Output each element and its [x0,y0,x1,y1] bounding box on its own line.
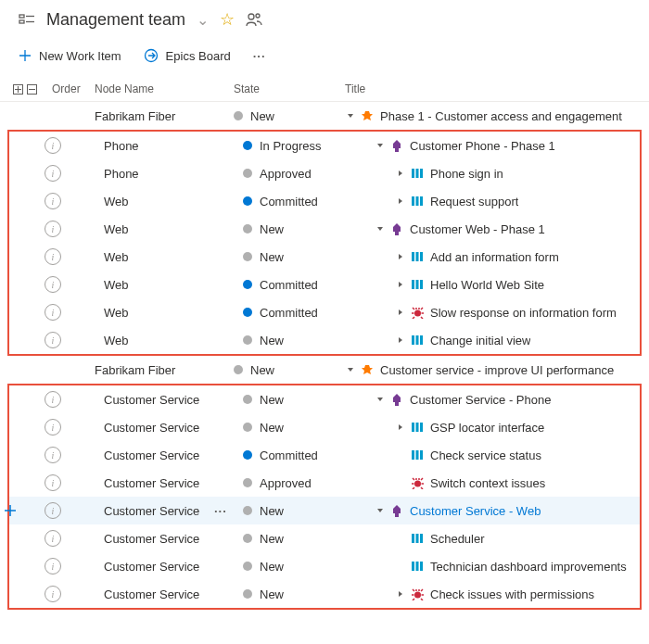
info-icon[interactable]: i [45,502,61,519]
work-item-row[interactable]: i Customer Service ··· New Customer Serv… [9,497,640,524]
title-cell[interactable]: Customer Service - Web [354,504,640,518]
caret-open-icon[interactable] [375,142,386,149]
feature-icon [389,140,404,152]
title-cell[interactable]: Check issues with permissions [354,587,640,601]
column-state[interactable]: State [234,82,345,95]
state-dot [243,478,252,487]
title-cell[interactable]: Technician dashboard improvements [354,560,640,574]
caret-closed-icon[interactable] [395,309,406,316]
work-item-row[interactable]: i Web New Change initial view [9,326,640,354]
node-cell: Web [104,306,243,320]
toolbar-more-icon[interactable]: ··· [253,49,266,63]
info-icon[interactable]: i [45,474,61,491]
epic-row[interactable]: Fabrikam Fiber New Customer service - im… [0,356,649,384]
node-cell: Fabrikam Fiber [95,109,234,123]
pbi-icon [410,422,425,433]
favorite-star-icon[interactable]: ☆ [220,9,235,30]
state-dot [243,450,252,460]
title-cell[interactable]: Scheduler [354,532,640,546]
caret-closed-icon[interactable] [395,253,406,260]
info-icon[interactable]: i [45,558,61,575]
node-cell: Web [104,278,243,292]
caret-open-icon[interactable] [375,396,386,403]
info-icon[interactable]: i [45,276,61,293]
title-cell[interactable]: Hello World Web Site [354,278,640,292]
work-item-row[interactable]: i Customer Service New Check issues with… [9,580,640,608]
work-item-row[interactable]: i Customer Service Committed Check servi… [9,441,640,469]
title-cell[interactable]: Customer Phone - Phase 1 [354,139,640,153]
work-item-row[interactable]: i Phone Approved Phone sign in [9,159,640,187]
svg-rect-36 [416,562,419,571]
caret-closed-icon[interactable] [395,197,406,205]
team-icon[interactable] [246,11,262,28]
work-item-row[interactable]: i Web Committed Slow response on informa… [9,298,640,326]
svg-rect-9 [412,169,414,178]
work-item-row[interactable]: i Customer Service New Technician dashbo… [9,552,640,580]
info-icon[interactable]: i [45,221,61,237]
work-item-row[interactable]: i Web Committed Hello World Web Site [9,271,640,298]
column-node[interactable]: Node Name [95,82,234,95]
title-cell[interactable]: Slow response on information form [354,306,640,320]
info-icon[interactable]: i [45,332,61,348]
node-cell: Web [104,195,243,208]
state-cell: New [243,532,354,546]
info-icon[interactable]: i [45,391,61,408]
svg-point-38 [414,591,421,598]
caret-closed-icon[interactable] [395,281,406,288]
state-dot [243,589,252,599]
info-icon[interactable]: i [45,248,61,265]
title-cell[interactable]: GSP locator interface [354,421,640,435]
caret-closed-icon[interactable] [395,423,406,431]
title-cell[interactable]: Customer Web - Phase 1 [354,222,640,236]
info-icon[interactable]: i [45,447,61,463]
caret-open-icon[interactable] [375,507,386,514]
info-icon[interactable]: i [45,419,61,436]
expand-all-icon[interactable] [13,84,23,95]
caret-closed-icon[interactable] [395,590,406,598]
svg-rect-20 [420,280,423,289]
work-item-row[interactable]: i Customer Service New Scheduler [9,524,640,552]
caret-closed-icon[interactable] [395,336,406,344]
new-work-item-button[interactable]: New Work Item [19,49,121,63]
work-item-row[interactable]: i Web Committed Request support [9,187,640,215]
caret-closed-icon[interactable] [395,170,406,177]
add-row-button[interactable] [4,504,17,517]
state-cell: New [234,363,345,377]
title-cell[interactable]: Change initial view [354,334,640,347]
title-cell[interactable]: Request support [354,195,640,208]
title-cell[interactable]: Add an information form [354,250,640,264]
node-cell: Customer Service [104,532,243,546]
svg-rect-25 [412,423,414,432]
info-icon[interactable]: i [45,530,61,547]
work-item-row[interactable]: i Customer Service Approved Switch conte… [9,469,640,497]
title-chevron-down-icon[interactable]: ⌄ [197,11,209,29]
info-icon[interactable]: i [45,193,61,209]
column-title[interactable]: Title [345,82,649,95]
work-item-row[interactable]: i Web New Customer Web - Phase 1 [9,215,640,243]
caret-open-icon[interactable] [345,112,356,120]
caret-open-icon[interactable] [375,225,386,233]
info-icon[interactable]: i [45,165,61,182]
work-item-row[interactable]: i Customer Service New GSP locator inter… [9,413,640,441]
work-item-row[interactable]: i Web New Add an information form [9,243,640,271]
column-order[interactable]: Order [52,82,95,95]
epics-board-button[interactable]: Epics Board [144,48,231,63]
work-item-row[interactable]: i Customer Service New Customer Service … [9,385,640,413]
collapse-all-icon[interactable] [27,84,37,95]
title-cell[interactable]: Phase 1 - Customer access and engagement [345,109,649,123]
svg-point-4 [248,14,254,19]
epic-row[interactable]: Fabrikam Fiber New Phase 1 - Customer ac… [0,102,649,130]
svg-rect-23 [416,335,419,345]
work-item-row[interactable]: i Phone In Progress Customer Phone - Pha… [9,132,640,159]
title-cell[interactable]: Customer Service - Phone [354,393,640,407]
info-icon[interactable]: i [45,586,61,602]
info-icon[interactable]: i [45,304,61,321]
state-dot [243,280,252,289]
title-cell[interactable]: Phone sign in [354,167,640,181]
title-cell[interactable]: Switch context issues [354,476,640,490]
info-icon[interactable]: i [45,137,61,154]
row-more-icon[interactable]: ··· [214,504,227,518]
title-cell[interactable]: Customer service - improve UI performanc… [345,363,649,377]
caret-open-icon[interactable] [345,366,356,373]
title-cell[interactable]: Check service status [354,448,640,462]
